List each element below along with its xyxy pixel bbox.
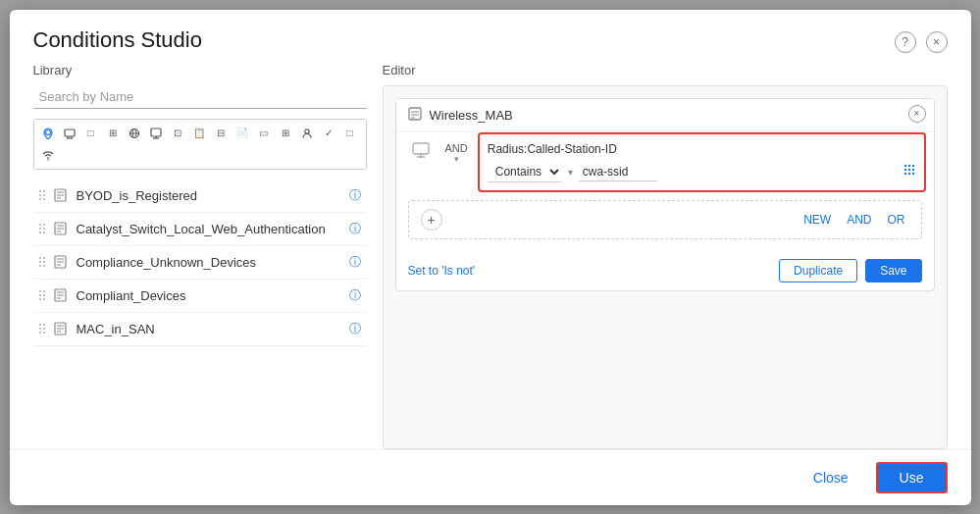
svg-point-44 [907,169,909,171]
item-doc-icon [53,254,69,270]
toolbar-screen-icon[interactable] [60,124,79,143]
search-input[interactable] [33,85,367,109]
item-name: MAC_in_SAN [77,322,341,336]
drag-handle [39,190,45,200]
svg-point-41 [907,165,909,167]
modal-footer: Close Use [10,449,971,505]
item-name: Compliant_Devices [77,288,341,303]
drag-handle [39,290,45,300]
chevron-icon: ▾ [454,154,459,164]
svg-point-12 [47,159,48,160]
and-text: AND [445,142,468,154]
toolbar-check-icon[interactable]: ✓ [319,124,338,143]
drag-handle [39,224,45,233]
toolbar-table-icon[interactable]: ⊟ [211,124,231,143]
toolbar-grid-icon[interactable]: ⊞ [103,124,123,143]
svg-point-42 [911,165,913,167]
item-doc-icon [53,321,69,336]
and-side-label [438,132,445,140]
toolbar-wifi-icon[interactable] [38,145,58,165]
info-icon[interactable]: ⓘ [349,187,361,204]
editor-panel: Editor Wireless_MAB × [383,63,948,449]
condition-title-icon [408,107,422,124]
duplicate-button[interactable]: Duplicate [779,259,857,283]
toolbar-globe-icon[interactable] [125,124,144,143]
list-item[interactable]: Compliant_Devices ⓘ [33,280,367,313]
editor-area: Wireless_MAB × [383,85,948,449]
svg-point-43 [903,169,905,171]
item-name: BYOD_is_Registered [77,188,341,203]
item-doc-icon [53,187,69,203]
toolbar-box-icon[interactable]: □ [81,124,101,143]
toolbar-box2-icon[interactable]: □ [340,124,360,143]
add-button[interactable]: + [421,209,442,231]
svg-rect-1 [65,129,75,136]
svg-point-46 [903,173,905,175]
item-doc-icon [53,221,69,236]
item-name: Catalyst_Switch_Local_Web_Authentication [77,222,341,236]
condition-fields: Radius:Called-Station-ID Contains ▾ [478,132,926,192]
svg-rect-8 [151,128,161,136]
info-icon[interactable]: ⓘ [349,254,361,271]
toolbar-rect-icon[interactable]: ▭ [254,124,274,143]
modal-overlay: Conditions Studio ? × Library [0,0,980,514]
toolbar-user-icon[interactable] [297,124,317,143]
svg-point-47 [907,173,909,175]
condition-header: Wireless_MAB × [396,99,934,132]
toolbar-square-icon[interactable]: ⊡ [168,124,187,143]
info-icon[interactable]: ⓘ [349,221,361,237]
svg-point-0 [45,129,50,134]
modal-title: Conditions Studio [33,27,202,53]
list-item[interactable]: MAC_in_SAN ⓘ [33,313,367,346]
help-button[interactable]: ? [895,31,916,53]
field-name-row: Radius:Called-Station-ID [488,142,916,156]
add-row-actions: NEW AND OR [799,211,908,229]
toolbar-monitor-icon[interactable] [146,124,166,143]
and-fields-row: AND ▾ Radius:Called-Station-ID [445,132,926,192]
condition-row-wrapper: AND ▾ Radius:Called-Station-ID [396,132,934,200]
set-not-button[interactable]: Set to 'Is not' [408,264,476,278]
library-label: Library [33,63,367,77]
item-name: Compliance_Unknown_Devices [77,255,341,270]
and-button[interactable]: AND [843,211,875,229]
field-name: Radius:Called-Station-ID [488,142,916,156]
operator-select[interactable]: Contains [488,162,562,182]
svg-rect-37 [413,143,429,154]
toolbar-doc-icon[interactable]: 📄 [232,124,252,143]
condition-block: Wireless_MAB × [395,98,935,291]
editor-label: Editor [383,63,948,77]
action-buttons: Duplicate Save [779,259,921,283]
toolbar-location-icon[interactable] [38,124,58,143]
info-icon[interactable]: ⓘ [349,321,361,337]
info-icon[interactable]: ⓘ [349,287,361,304]
condition-fields-wrapper: AND ▾ Radius:Called-Station-ID [445,132,926,192]
svg-point-40 [903,165,905,167]
toolbar-layers-icon[interactable]: ⊞ [276,124,295,143]
condition-title: Wireless_MAB [430,108,513,123]
or-button[interactable]: OR [884,211,909,229]
toolbar-clipboard-icon[interactable]: 📋 [189,124,209,143]
header-icons: ? × [895,31,948,53]
list-item[interactable]: BYOD_is_Registered ⓘ [33,180,367,213]
library-panel: Library □ ⊞ [33,63,367,449]
list-item[interactable]: Compliance_Unknown_Devices ⓘ [33,246,367,280]
device-icon-area [404,132,438,166]
svg-point-48 [911,173,913,175]
close-modal-button[interactable]: Close [798,464,864,491]
field-operator-row: Contains ▾ [488,162,916,182]
condition-close-button[interactable]: × [908,105,926,123]
grid-dots-icon[interactable] [903,163,916,180]
list-item[interactable]: Catalyst_Switch_Local_Web_Authentication… [33,213,367,246]
new-button[interactable]: NEW [799,211,835,229]
close-button[interactable]: × [926,31,948,53]
save-button[interactable]: Save [865,259,921,283]
use-button[interactable]: Use [876,462,948,493]
conditions-studio-modal: Conditions Studio ? × Library [10,10,971,505]
modal-header: Conditions Studio ? × [10,10,971,63]
value-input[interactable] [579,163,657,181]
icon-toolbar: □ ⊞ ⊡ 📋 ⊟ 📄 ▭ ⊞ [33,119,367,170]
editor-inner-footer: Set to 'Is not' Duplicate Save [396,251,934,290]
svg-point-45 [911,169,913,171]
drag-handle [39,324,45,334]
and-label-area[interactable]: AND ▾ [445,132,472,164]
